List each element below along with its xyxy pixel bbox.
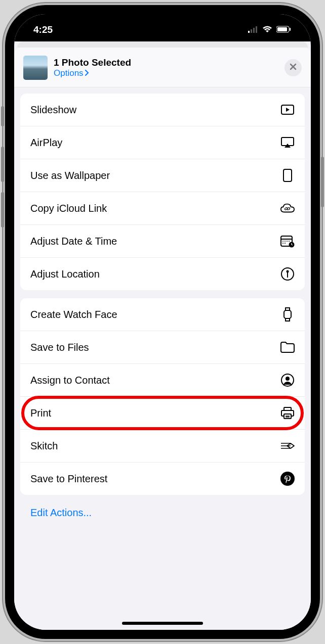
status-indicators [248,20,292,35]
header-title: 1 Photo Selected [54,57,285,68]
airplay-icon [280,135,295,150]
svg-point-14 [282,241,283,242]
folder-icon [280,340,295,354]
action-label: Create Watch Face [30,309,117,320]
svg-point-15 [285,241,286,242]
person-circle-icon [280,373,295,387]
action-save-files[interactable]: Save to Files [20,331,305,364]
svg-rect-0 [248,31,250,33]
options-label: Options [54,68,84,78]
pin-circle-icon [280,267,295,281]
svg-rect-3 [256,26,257,33]
svg-rect-2 [253,28,255,33]
svg-point-17 [289,241,290,242]
action-label: Save to Pinterest [30,473,107,485]
action-airplay[interactable]: AirPlay [20,126,305,159]
action-skitch[interactable]: Skitch [20,430,305,463]
action-watch-face[interactable]: Create Watch Face [20,298,305,331]
action-label: Save to Files [30,342,89,353]
pinterest-icon [280,472,295,486]
action-adjust-date[interactable]: Adjust Date & Time [20,225,305,258]
action-adjust-location[interactable]: Adjust Location [20,258,305,290]
action-slideshow[interactable]: Slideshow [20,94,305,126]
volume-down-button [1,192,4,227]
cellular-icon [248,24,258,35]
play-rect-icon [280,103,295,117]
action-group-2: Create Watch Face Save to Files Assign t… [20,298,305,495]
action-label: Adjust Location [30,268,100,280]
status-time: 4:25 [33,20,53,35]
background-sheet-edge [17,41,308,48]
phone-screen: 4:25 1 Photo Selected Op [14,14,311,630]
watch-icon [280,307,295,321]
action-label: Copy iCloud Link [30,203,107,214]
action-print[interactable]: Print [20,397,305,430]
power-button [321,157,324,207]
phone-frame: 4:25 1 Photo Selected Op [5,5,320,639]
svg-rect-24 [284,310,291,318]
chevron-right-icon [85,68,89,78]
actions-container[interactable]: Slideshow AirPlay Use as Wallpaper [14,87,311,630]
action-label: Adjust Date & Time [30,236,117,247]
svg-point-16 [287,241,288,242]
calendar-clock-icon [280,234,295,248]
volume-up-button [1,147,4,182]
phone-icon [280,168,295,182]
highlight-ring [21,396,304,430]
svg-point-32 [280,472,295,486]
action-label: Use as Wallpaper [30,170,110,181]
sheet-header: 1 Photo Selected Options [14,48,311,87]
wifi-icon [262,24,272,35]
svg-point-22 [287,270,289,273]
action-icloud-link[interactable]: Copy iCloud Link [20,192,305,225]
printer-icon [280,406,295,420]
svg-point-19 [285,243,286,244]
action-pinterest[interactable]: Save to Pinterest [20,463,305,495]
svg-rect-1 [251,29,252,33]
action-label: Slideshow [30,104,76,116]
options-link[interactable]: Options [54,68,285,78]
action-label: Skitch [30,440,58,452]
silent-switch [1,106,4,126]
action-group-1: Slideshow AirPlay Use as Wallpaper [20,94,305,290]
battery-icon [276,24,292,35]
svg-rect-6 [290,28,291,31]
svg-point-26 [286,377,290,381]
home-indicator[interactable] [122,622,203,625]
action-label: AirPlay [30,137,62,149]
close-icon [290,63,297,72]
action-assign-contact[interactable]: Assign to Contact [20,364,305,397]
action-label: Print [30,407,51,419]
svg-rect-5 [277,27,287,31]
action-label: Assign to Contact [30,375,110,386]
photo-thumbnail [23,56,48,80]
cloud-link-icon [280,201,295,215]
skitch-icon [280,439,295,453]
svg-point-18 [282,243,283,244]
edit-actions-link[interactable]: Edit Actions... [20,503,305,529]
action-wallpaper[interactable]: Use as Wallpaper [20,159,305,192]
svg-rect-9 [283,169,292,181]
share-sheet: 1 Photo Selected Options [14,48,311,630]
phone-notch [107,14,218,31]
close-button[interactable] [285,59,302,76]
